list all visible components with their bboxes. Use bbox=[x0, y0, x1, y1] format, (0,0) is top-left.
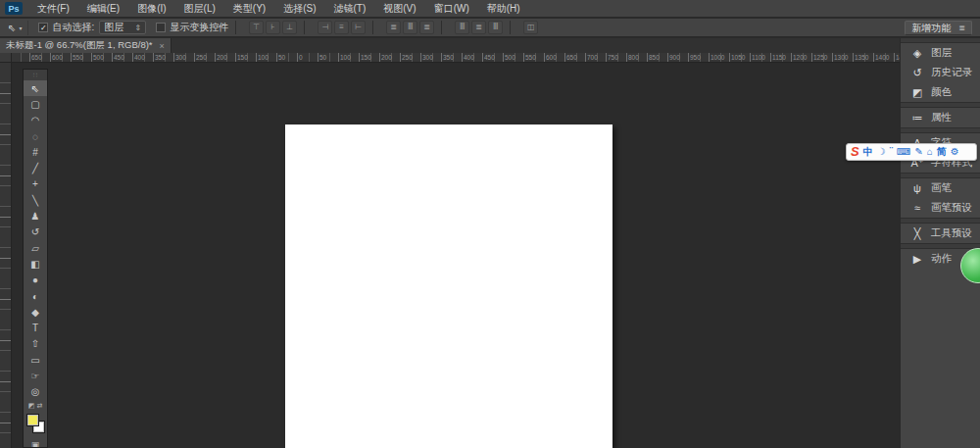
quick-mask-button[interactable]: ▣ bbox=[24, 438, 47, 448]
ruler-label: 1350 bbox=[853, 53, 868, 63]
eyedropper-tool[interactable]: ╱ bbox=[24, 160, 47, 175]
simplified-traditional-toggle-icon[interactable]: 简 bbox=[937, 144, 947, 160]
align-group-4: Ⅲ≣Ⅲ bbox=[455, 21, 503, 34]
quick-selection-tool[interactable]: ◌ bbox=[24, 128, 47, 144]
distribute-right-edges-button[interactable]: Ⅲ bbox=[488, 21, 503, 34]
history-panel-button[interactable]: ↺历史记录 bbox=[901, 63, 980, 82]
chinese-english-toggle-icon[interactable]: 中 bbox=[863, 144, 873, 160]
zoom-tool[interactable]: ◎ bbox=[24, 384, 47, 400]
align-vertical-centers-button[interactable]: ⊦ bbox=[266, 21, 280, 34]
type-tool[interactable]: T bbox=[24, 320, 47, 335]
default-colors-icon[interactable]: ◩ bbox=[28, 402, 35, 410]
panel-grip[interactable]: ∷ bbox=[24, 70, 47, 80]
eraser-tool[interactable]: ▱ bbox=[24, 240, 47, 256]
menu-item-10[interactable]: 帮助(H) bbox=[478, 0, 529, 18]
full-half-width-toggle-icon[interactable]: ☽ bbox=[877, 144, 886, 160]
sogou-logo-icon[interactable]: S bbox=[851, 144, 859, 160]
divider bbox=[510, 21, 511, 34]
checkbox-checked-icon: ✓ bbox=[38, 23, 48, 32]
align-buttons: ⊤⊦⊥⊣≡⊢≣Ⅲ≣Ⅲ≣Ⅲ◫ bbox=[243, 21, 538, 34]
align-bottom-edges-button[interactable]: ⊥ bbox=[282, 21, 297, 34]
skin-picker-icon[interactable]: ⌂ bbox=[927, 144, 933, 160]
menu-item-5[interactable]: 类型(Y) bbox=[224, 0, 274, 18]
ruler-label: 0 bbox=[297, 53, 303, 63]
menu-item-8[interactable]: 视图(V) bbox=[374, 0, 424, 18]
show-transform-checkbox[interactable]: 显示变换控件 bbox=[156, 21, 228, 34]
punctuation-toggle-icon[interactable]: ¨ bbox=[890, 144, 893, 160]
lasso-tool-icon: ◠ bbox=[31, 115, 40, 125]
layers-panel-button[interactable]: ◈图层 bbox=[901, 43, 980, 63]
layers-panel-icon: ◈ bbox=[909, 47, 925, 60]
document-tab[interactable]: 未标题-1 @ 66.7%(图层 1, RGB/8)* × bbox=[0, 38, 172, 53]
tool-presets-panel-button[interactable]: ╳工具预设 bbox=[901, 224, 980, 243]
align-horizontal-centers-button[interactable]: ≡ bbox=[334, 21, 349, 34]
ruler-label: 350 bbox=[153, 53, 166, 63]
spot-healing-brush-tool[interactable]: + bbox=[24, 176, 47, 192]
brush-tool[interactable]: ╲ bbox=[24, 192, 47, 208]
ruler-label: 850 bbox=[647, 53, 660, 63]
workspace-switcher[interactable]: 新增功能 ≣ bbox=[905, 21, 972, 35]
document-canvas[interactable] bbox=[285, 124, 612, 448]
divider bbox=[304, 21, 305, 34]
foreground-color-swatch[interactable] bbox=[26, 414, 39, 426]
color-panel-button[interactable]: ◩颜色 bbox=[901, 82, 980, 102]
crop-tool-icon: # bbox=[32, 147, 38, 158]
auto-align-layers-button[interactable]: ◫ bbox=[523, 21, 538, 34]
ruler-label: 100 bbox=[338, 53, 351, 63]
tab-close-icon[interactable]: × bbox=[160, 41, 165, 51]
ruler-label: 200 bbox=[379, 53, 392, 63]
lasso-tool[interactable]: ◠ bbox=[24, 113, 47, 128]
distribute-vertical-centers-button[interactable]: Ⅲ bbox=[403, 21, 417, 34]
gradient-tool-icon: ◧ bbox=[30, 259, 39, 270]
menu-item-2[interactable]: 编辑(E) bbox=[78, 0, 128, 18]
vertical-ruler[interactable] bbox=[0, 53, 12, 448]
dodge-tool[interactable]: ◐ bbox=[24, 288, 47, 304]
auto-select-checkbox[interactable]: ✓ 自动选择: bbox=[38, 21, 94, 34]
menu-item-3[interactable]: 图像(I) bbox=[128, 0, 174, 18]
pen-tool[interactable]: ◆ bbox=[24, 304, 47, 320]
tool-preset-picker[interactable]: ⇖ ▾ bbox=[0, 21, 28, 35]
crop-tool[interactable]: # bbox=[24, 144, 47, 160]
color-swatches bbox=[24, 412, 47, 438]
history-brush-tool[interactable]: ↺ bbox=[24, 224, 47, 240]
distribute-top-edges-button[interactable]: ≣ bbox=[386, 21, 401, 34]
swap-colors-icon[interactable]: ⇄ bbox=[36, 402, 42, 410]
menu-item-1[interactable]: 文件(F) bbox=[28, 0, 78, 18]
distribute-bottom-edges-button[interactable]: ≣ bbox=[419, 21, 434, 34]
blur-tool[interactable]: ● bbox=[24, 273, 47, 288]
clone-stamp-tool[interactable]: ♟ bbox=[24, 208, 47, 224]
menu-item-6[interactable]: 选择(S) bbox=[274, 0, 324, 18]
menu-item-9[interactable]: 窗口(W) bbox=[425, 0, 478, 18]
align-right-edges-button[interactable]: ⊢ bbox=[351, 21, 366, 34]
brush-presets-panel-button[interactable]: ≈画笔预设 bbox=[901, 198, 980, 218]
history-brush-tool-icon: ↺ bbox=[31, 226, 39, 237]
actions-panel-icon: ▶ bbox=[909, 253, 925, 266]
menu-item-7[interactable]: 滤镜(T) bbox=[325, 0, 375, 18]
align-top-edges-button[interactable]: ⊤ bbox=[249, 21, 264, 34]
document-tab-bar: 未标题-1 @ 66.7%(图层 1, RGB/8)* × bbox=[0, 38, 900, 53]
brush-panel-button[interactable]: ψ画笔 bbox=[901, 178, 980, 198]
gradient-tool[interactable]: ◧ bbox=[24, 256, 47, 272]
ruler-label: 200 bbox=[215, 53, 227, 63]
handwriting-input-icon[interactable]: ✎ bbox=[914, 144, 922, 160]
ruler-label: 1300 bbox=[832, 53, 848, 63]
properties-panel-button[interactable]: ≔属性 bbox=[901, 108, 980, 127]
settings-wrench-icon[interactable]: ⚙ bbox=[951, 144, 959, 160]
chevron-down-icon: ▾ bbox=[19, 25, 22, 31]
hand-tool[interactable]: ☞ bbox=[24, 368, 47, 383]
distribute-left-edges-button[interactable]: Ⅲ bbox=[455, 21, 469, 34]
align-left-edges-button[interactable]: ⊣ bbox=[318, 21, 332, 34]
move-tool[interactable]: ⇖ bbox=[24, 80, 47, 96]
hand-tool-icon: ☞ bbox=[31, 371, 40, 381]
menu-item-4[interactable]: 图层(L) bbox=[175, 0, 224, 18]
distribute-horizontal-centers-button[interactable]: ≣ bbox=[471, 21, 486, 34]
soft-keyboard-icon[interactable]: ⌨ bbox=[897, 144, 910, 160]
horizontal-ruler[interactable]: 6506005505004504003503002502001501005005… bbox=[12, 53, 900, 63]
brush-panel-label: 画笔 bbox=[931, 181, 952, 195]
auto-select-target-dropdown[interactable]: 图层 ⇕ bbox=[99, 21, 146, 34]
rectangular-marquee-tool[interactable]: ▢ bbox=[24, 96, 47, 112]
type-tool-icon: T bbox=[32, 323, 38, 333]
ruler-label: 1400 bbox=[873, 53, 889, 63]
rectangle-shape-tool[interactable]: ▭ bbox=[24, 352, 47, 368]
path-selection-tool[interactable]: ⇧ bbox=[24, 336, 47, 352]
